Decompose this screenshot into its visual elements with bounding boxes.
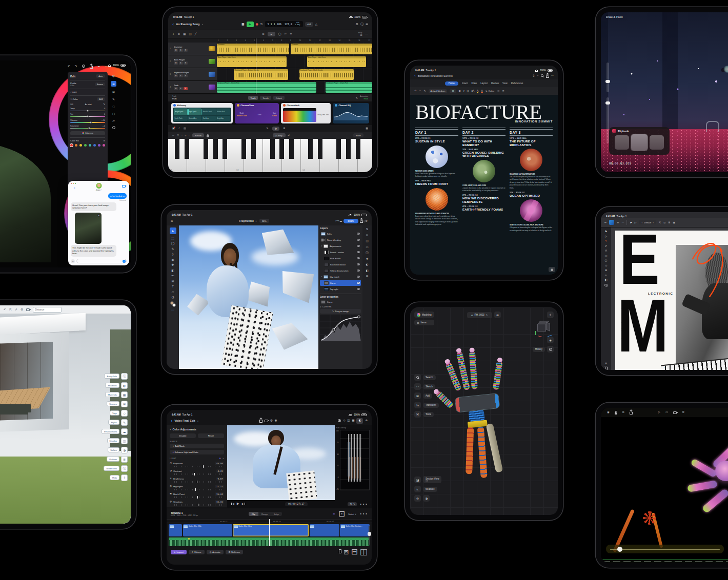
slider-knob[interactable] [90,121,92,123]
color-section[interactable]: ∨ Color [70,98,78,100]
frame-icon[interactable]: ▭ [665,411,668,414]
count-in[interactable]: +04 [305,22,313,27]
tab-output[interactable]: Output [273,96,285,100]
text-effects-button[interactable]: aA [471,90,474,92]
transform-icon[interactable]: ⇆ [414,402,421,408]
share-icon[interactable] [259,420,262,423]
font-color-button[interactable]: A [481,89,482,93]
home-icon[interactable]: ⌂ [171,219,173,223]
flip-icon[interactable]: ⇄ [663,221,665,224]
undo-icon[interactable]: ↶ [414,90,416,92]
photo-canvas[interactable] [0,81,67,262]
project-title[interactable]: An Evening Song [176,23,199,26]
layer-group-row[interactable]: ∨Sky (right) [320,274,361,280]
mute-button[interactable]: M [174,61,178,65]
outliner-icon[interactable]: ≣ [121,456,128,463]
plugin-chromaglow[interactable]: ChromaGlow ModelModern Tube Drive StyleC… [235,103,279,123]
visibility-icon[interactable] [357,257,360,259]
align-icon[interactable]: ≣ [668,221,670,224]
octave-up-icon[interactable]: › [189,134,190,136]
add-icon[interactable]: ⊞ [414,392,421,399]
contrast-slider[interactable]: ◑Contrast4.41 [170,469,224,473]
tab-home[interactable]: Home [445,81,458,86]
back-icon[interactable]: ‹ [74,186,75,190]
shadows-icon[interactable]: ◐ [121,382,128,389]
brush-icon[interactable]: ✎ [112,97,115,101]
viewer[interactable] [227,425,335,500]
more-icon[interactable]: ⋯ [366,134,368,136]
ideas-icon[interactable]: ✧ [536,74,538,77]
camera-icon[interactable] [26,308,30,311]
materials-icon[interactable]: ▦ [121,391,128,398]
preset-button[interactable]: Synth Pluck [174,116,188,121]
preset-button[interactable]: Metallic Swell [202,109,216,115]
edit-sliders-icon[interactable]: ≡ [111,81,116,87]
send-button[interactable]: ↑ [123,260,126,263]
gradient-tool[interactable]: ◧ [604,279,607,282]
type-tool[interactable]: T [172,285,174,288]
trash-icon[interactable] [339,550,341,553]
piano-keyboard[interactable]: C2 C3 C4 [168,139,372,172]
back-icon[interactable]: ← [604,221,606,224]
tab-draw[interactable]: Draw [471,82,477,85]
playhead[interactable] [256,38,256,94]
model-control[interactable]: ModelModern Tube [237,113,247,117]
layer-row[interactable]: Edits [320,231,361,237]
clip-selected[interactable]: Skyline_Blue_Close [233,524,309,536]
dismiss-keyboard-icon[interactable]: ▦ [549,267,555,272]
clip[interactable]: Skyline_Blue_Backgro… [340,524,370,536]
snap-setting[interactable]: Snap1/4 [358,32,362,36]
visibility-icon[interactable] [357,288,360,290]
settings-icon[interactable]: ⚙ [356,23,358,26]
export-icon[interactable]: ⇱ [9,308,12,311]
more-icon[interactable]: ⋯ [621,221,624,224]
amp-icon[interactable]: ▣ [172,127,175,130]
shape-tool[interactable]: ▱ [172,291,174,294]
skip-forward-icon[interactable]: ▶ [242,503,245,505]
text-tool[interactable]: A [605,250,607,253]
sketch-icon[interactable]: ◠ [414,383,421,390]
copy-icon[interactable]: ⧉ [262,33,265,36]
flipbook-panel[interactable]: Flipbook [609,127,670,155]
green-channel-dot[interactable] [84,144,87,147]
canvas-area[interactable]: E LECTRONIC M USIC AW SC [611,227,728,370]
record-enable-button[interactable]: R [184,61,188,65]
orange-channel-dot[interactable] [75,144,77,147]
3d-viewport[interactable]: Entity Infoⓘ Shadows◐ Materials▦ Scenes⊞… [0,314,131,524]
window-controls[interactable] [71,183,76,184]
document-page[interactable]: BIOFACTURE INNOVATION SUMMIT DAY 1 2PM —… [410,95,558,275]
purple-channel-dot[interactable] [98,144,100,147]
remove-attachment-icon[interactable]: ✕ [97,214,100,217]
drive-knob[interactable]: Drive [258,114,261,116]
teal-channel-dot[interactable] [89,144,91,147]
append-icon[interactable]: ◫ [360,548,368,556]
frame-thumbnail[interactable] [650,135,664,150]
measure-icon[interactable]: ⊾ [414,486,421,492]
inspect-button[interactable]: ≑Inspect [171,550,187,554]
fx-icon[interactable]: ◧ [366,270,368,273]
edge-tab[interactable]: Edge [271,512,282,516]
track-row-bass[interactable]: 2 Bass Player MSR Bass Player - India Di… [168,55,372,68]
properties-icon[interactable]: ⓘ [366,252,369,255]
preset-button[interactable]: Motion Pad [216,109,230,115]
more-icon[interactable]: ⋯ [359,500,368,508]
close-icon[interactable]: ⊗ [103,139,105,142]
render-icon[interactable] [338,419,341,422]
layer-row-selected[interactable]: Curve [320,280,361,286]
healing-tool[interactable]: ✚ [171,263,174,266]
vibrance-slider[interactable]: Vibrance+ 14 [70,119,105,123]
modeling-mode[interactable]: Modeling [414,312,434,318]
auto-button[interactable]: Auto [96,74,105,78]
plugin-alchemy[interactable]: Alchemy Bright Synth Epic Synth Metallic… [171,103,233,123]
export-icon[interactable] [630,410,633,415]
eraser-tool[interactable]: ◊ [172,253,174,256]
color-chips[interactable] [170,301,175,306]
numbering-icon[interactable]: ≡ [502,90,504,92]
region[interactable]: Drummer [217,44,289,54]
mask-icon[interactable]: ◫ [366,240,368,243]
record-enable-button[interactable]: R [184,87,188,90]
mobile-view-icon[interactable]: ▯ [533,74,535,77]
polygon-tool[interactable]: ◇ [605,264,607,267]
region[interactable]: Keyboard Player - Simple Pad [326,82,372,93]
avatar[interactable] [96,183,102,189]
